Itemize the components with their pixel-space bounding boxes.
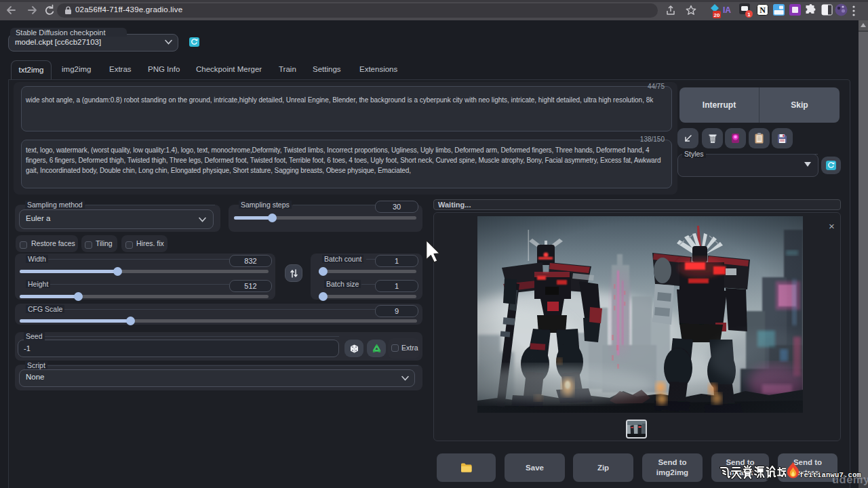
svg-text:N: N bbox=[760, 5, 766, 15]
svg-text:20: 20 bbox=[714, 12, 720, 18]
svg-text:1: 1 bbox=[747, 12, 751, 18]
